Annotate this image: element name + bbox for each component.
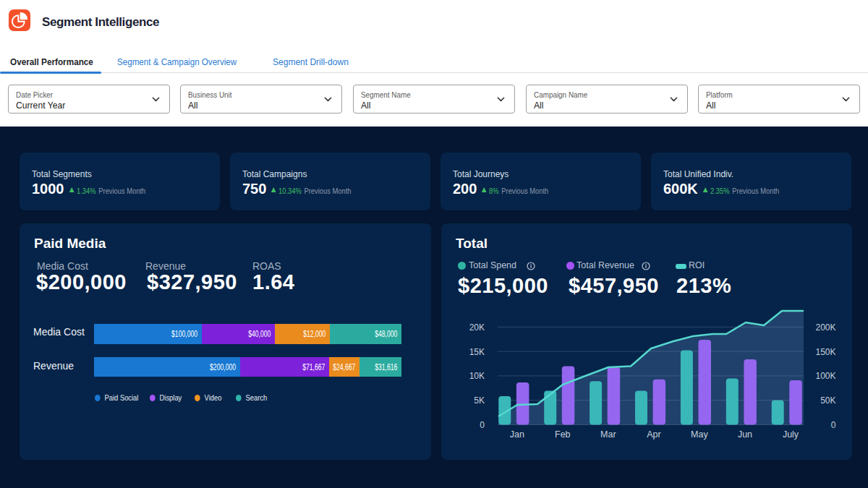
svg-text:15K: 15K xyxy=(469,347,485,357)
svg-text:Jan: Jan xyxy=(510,429,524,440)
svg-text:50K: 50K xyxy=(820,395,835,406)
svg-text:200K: 200K xyxy=(815,322,835,333)
svg-text:July: July xyxy=(783,429,799,440)
svg-text:10K: 10K xyxy=(469,371,485,381)
svg-text:150K: 150K xyxy=(815,347,835,357)
svg-text:Jun: Jun xyxy=(738,429,752,440)
svg-text:5K: 5K xyxy=(474,395,485,406)
svg-text:0: 0 xyxy=(831,420,836,430)
svg-text:Feb: Feb xyxy=(555,429,571,440)
svg-text:May: May xyxy=(691,429,708,440)
svg-text:100K: 100K xyxy=(815,371,835,381)
svg-text:20K: 20K xyxy=(469,322,485,333)
svg-text:0: 0 xyxy=(480,420,485,430)
svg-text:Apr: Apr xyxy=(647,429,660,440)
svg-text:Mar: Mar xyxy=(600,429,616,440)
